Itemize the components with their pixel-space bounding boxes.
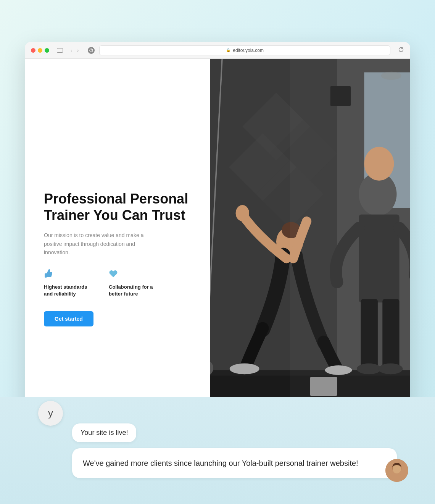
svg-point-27 [282,222,301,238]
chat-section: y Your site is live! We've gained more c… [0,397,435,504]
svg-rect-22 [361,299,377,367]
nav-arrows: ‹ › [69,47,80,54]
chat-bubble-large-text: We've gained more clients since launchin… [83,459,358,467]
address-bar[interactable]: 🔒 editor.yola.com [99,45,390,55]
hero-title: Professional Personal Trainer You Can Tr… [44,191,191,223]
get-started-button[interactable]: Get started [44,311,93,326]
svg-rect-5 [364,72,410,208]
hero-subtitle: Our mission is to create value and make … [44,231,151,257]
svg-rect-23 [382,299,399,367]
chat-bubble-large: We've gained more clients since launchin… [72,448,397,478]
chat-bubbles: Your site is live! We've gained more cli… [72,423,397,478]
svg-point-25 [378,363,403,374]
back-arrow-icon[interactable]: ‹ [69,47,74,54]
svg-point-29 [229,363,259,374]
svg-rect-8 [330,86,351,106]
sidebar-toggle-icon[interactable] [57,48,63,53]
thumbsup-icon [44,269,93,281]
close-button[interactable] [31,48,35,53]
chat-bubble-small: Your site is live! [72,423,136,442]
svg-point-24 [357,363,381,374]
feature-item-2: Collaborating for a better future [109,269,158,297]
user-avatar [385,459,408,482]
url-text: editor.yola.com [233,48,264,53]
browser-chrome: ‹ › 🔒 editor.yola.com [25,42,410,59]
svg-point-7 [381,72,401,80]
svg-point-28 [235,205,249,221]
forward-arrow-icon[interactable]: › [76,47,81,54]
traffic-lights [31,48,49,53]
lock-icon: 🔒 [226,48,230,52]
maximize-button[interactable] [45,48,49,53]
svg-rect-35 [310,377,337,396]
svg-point-19 [359,173,396,216]
yola-letter: y [48,407,53,419]
feature2-label: Collaborating for a better future [109,284,158,297]
privacy-icon [88,47,95,54]
svg-point-20 [364,147,394,181]
browser-window: ‹ › 🔒 editor.yola.com Professional Perso… [25,42,410,458]
reload-icon[interactable] [398,47,404,54]
svg-point-30 [325,365,352,375]
feature-item-1: Highest standards and reliability [44,269,93,297]
features-row: Highest standards and reliability Collab… [44,269,191,297]
yola-avatar: y [38,401,63,426]
feature1-label: Highest standards and reliability [44,284,93,297]
minimize-button[interactable] [38,48,42,53]
svg-rect-21 [359,215,399,302]
heart-icon [109,269,158,281]
